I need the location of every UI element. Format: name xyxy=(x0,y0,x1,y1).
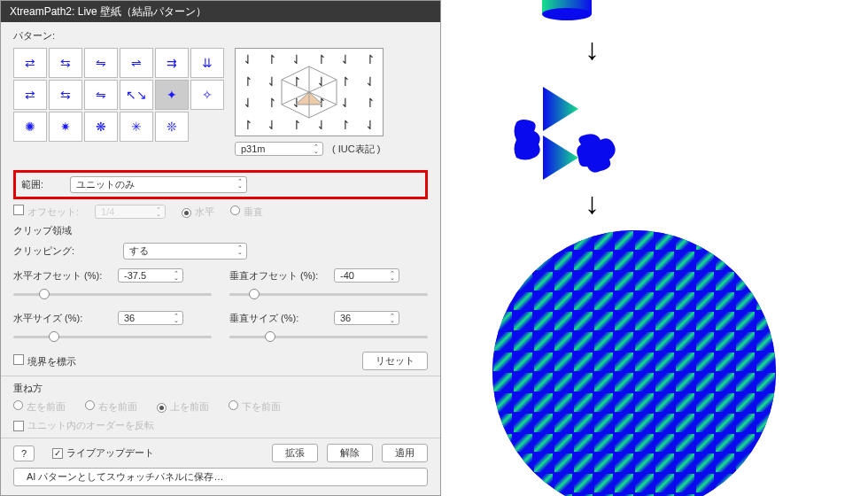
offset-vert-radio[interactable] xyxy=(230,205,240,215)
pattern-cell[interactable]: ❊ xyxy=(155,112,189,142)
h-size-label: 水平サイズ (%): xyxy=(13,312,111,325)
v-size-label: 垂直サイズ (%): xyxy=(229,312,327,325)
result-circle-pattern xyxy=(492,230,776,496)
release-button[interactable]: 解除 xyxy=(327,444,373,462)
pattern-label: パターン: xyxy=(13,29,428,43)
pattern-right: ⇃↾⇃↾⇃↾ ↾⇃↾⇃↾⇃ ⇃↾⇃↾⇃↾ ↾⇃↾⇃↾⇃ p31m xyxy=(235,48,384,161)
h-offset-slider[interactable] xyxy=(13,286,212,302)
expand-button[interactable]: 拡張 xyxy=(272,444,318,462)
clipping-row: クリッピング: する xyxy=(13,243,428,260)
range-highlight-wrap: 範囲: ユニットのみ xyxy=(13,170,428,199)
illustration-area: ↓ ↓ xyxy=(452,0,868,496)
mark-boundary-label: 境界を標示 xyxy=(27,356,76,367)
offset-row: オフセット: 1/4 水平 垂直 xyxy=(13,205,428,219)
v-size-slider[interactable] xyxy=(229,329,428,345)
offset-horiz-radio[interactable] xyxy=(182,208,191,218)
arrow-down-icon: ↓ xyxy=(585,32,600,66)
v-offset-input[interactable]: -40 xyxy=(334,268,399,283)
apply-button[interactable]: 適用 xyxy=(382,444,428,462)
clipping-label: クリッピング: xyxy=(13,244,111,258)
reset-button[interactable]: リセット xyxy=(362,352,428,370)
save-swatch-button[interactable]: AI パターンとしてスウォッチパネルに保存… xyxy=(13,468,428,486)
stack-row: 左を前面 右を前面 上を前面 下を前面 xyxy=(13,400,428,414)
pattern-cell[interactable]: ↖↘ xyxy=(120,80,153,110)
pattern-cell[interactable]: ⇄ xyxy=(13,48,47,78)
h-offset-input[interactable]: -37.5 xyxy=(118,268,183,283)
clipping-select[interactable]: する xyxy=(123,243,247,260)
range-label: 範囲: xyxy=(21,178,43,191)
left-front-radio[interactable] xyxy=(13,400,23,410)
mark-boundary-checkbox[interactable] xyxy=(13,354,24,365)
svg-point-7 xyxy=(542,8,592,20)
pattern-cell[interactable]: ⇊ xyxy=(190,48,224,78)
pattern-cell[interactable]: ✺ xyxy=(13,112,47,142)
range-select[interactable]: ユニットのみ xyxy=(70,176,247,193)
reverse-order-row: ユニット内のオーダーを反転 xyxy=(13,419,428,432)
h-size-slider[interactable] xyxy=(13,329,212,345)
live-update-checkbox[interactable]: ✓ xyxy=(52,448,63,459)
pattern-cell[interactable]: ✳ xyxy=(120,112,153,142)
pattern-cell[interactable]: ⇋ xyxy=(84,80,118,110)
reverse-order-checkbox[interactable] xyxy=(13,421,24,431)
iuc-select[interactable]: p31m xyxy=(235,142,323,156)
pattern-cell[interactable]: ⇆ xyxy=(49,48,82,78)
pattern-cell[interactable]: ⇄ xyxy=(13,80,47,110)
pattern-cell[interactable]: ⇆ xyxy=(49,80,82,110)
arrow-down-icon: ↓ xyxy=(585,186,600,221)
offset-horiz-label: 水平 xyxy=(195,206,214,217)
v-offset-slider[interactable] xyxy=(229,286,428,302)
pattern-cell-selected[interactable]: ✦ xyxy=(155,80,189,110)
pattern-grid: ⇄ ⇆ ⇋ ⇌ ⇉ ⇊ ⇄ ⇆ ⇋ ↖↘ ✦ ✧ ✺ ✷ ❋ ✳ ❊ xyxy=(13,48,224,142)
reverse-order-label: ユニット内のオーダーを反転 xyxy=(27,419,154,432)
h-size-input[interactable]: 36 xyxy=(118,311,183,325)
pattern-preview: ⇃↾⇃↾⇃↾ ↾⇃↾⇃↾⇃ ⇃↾⇃↾⇃↾ ↾⇃↾⇃↾⇃ xyxy=(235,48,384,136)
clip-section-title: クリップ領域 xyxy=(13,224,428,237)
iuc-row: p31m ( IUC表記 ) xyxy=(235,142,384,156)
pattern-cell[interactable]: ⇋ xyxy=(84,48,118,78)
top-front-radio[interactable] xyxy=(157,403,167,413)
pattern-cell[interactable]: ⇌ xyxy=(120,48,153,78)
clip-grid: 水平オフセット (%): -37.5 垂直オフセット (%): -40 水平サイ… xyxy=(13,268,428,345)
divider xyxy=(1,376,440,376)
dialog-panel: XtreamPath2: Live 壁紙（結晶パターン） パターン: ⇄ ⇆ ⇋… xyxy=(0,0,441,496)
svg-marker-8 xyxy=(543,87,578,131)
h-offset-label: 水平オフセット (%): xyxy=(13,269,111,283)
help-button[interactable]: ? xyxy=(13,446,35,461)
offset-select[interactable]: 1/4 xyxy=(95,205,166,219)
live-update-label: ライブアップデート xyxy=(66,447,154,458)
offset-vert-label: 垂直 xyxy=(244,206,263,217)
footer-row-2: AI パターンとしてスウォッチパネルに保存… xyxy=(13,468,428,486)
pattern-cell[interactable]: ❋ xyxy=(84,112,118,142)
v-size-input[interactable]: 36 xyxy=(334,311,399,325)
pattern-section: ⇄ ⇆ ⇋ ⇌ ⇉ ⇊ ⇄ ⇆ ⇋ ↖↘ ✦ ✧ ✺ ✷ ❋ ✳ ❊ xyxy=(13,48,428,161)
offset-checkbox[interactable] xyxy=(13,205,24,215)
tile-pattern xyxy=(492,230,776,496)
pattern-left: ⇄ ⇆ ⇋ ⇌ ⇉ ⇊ ⇄ ⇆ ⇋ ↖↘ ✦ ✧ ✺ ✷ ❋ ✳ ❊ xyxy=(13,48,224,161)
footer-row-1: ? ✓ライブアップデート 拡張 解除 適用 xyxy=(13,444,428,462)
pattern-cell[interactable]: ✷ xyxy=(49,112,82,142)
panel-title-bar: XtreamPath2: Live 壁紙（結晶パターン） xyxy=(1,1,440,22)
pattern-cell[interactable]: ⇉ xyxy=(155,48,189,78)
iuc-label: ( IUC表記 ) xyxy=(332,143,380,156)
v-offset-label: 垂直オフセット (%): xyxy=(229,269,327,283)
boundary-row: 境界を標示 リセット xyxy=(13,352,428,370)
triangle-group-icon xyxy=(512,87,627,184)
right-front-radio[interactable] xyxy=(85,400,95,410)
divider xyxy=(1,438,440,438)
range-row-highlight: 範囲: ユニットのみ xyxy=(13,170,428,199)
stack-section-title: 重ね方 xyxy=(13,382,428,395)
preview-hexagon-icon xyxy=(278,65,340,120)
svg-marker-9 xyxy=(543,136,578,180)
cylinder-shape-icon xyxy=(540,0,593,21)
pattern-cell[interactable]: ✧ xyxy=(190,80,224,110)
panel-body: パターン: ⇄ ⇆ ⇋ ⇌ ⇉ ⇊ ⇄ ⇆ ⇋ ↖↘ ✦ ✧ ✺ ✷ xyxy=(1,22,440,496)
offset-label: オフセット: xyxy=(27,206,79,217)
bottom-front-radio[interactable] xyxy=(229,400,238,410)
panel-title: XtreamPath2: Live 壁紙（結晶パターン） xyxy=(10,4,206,19)
